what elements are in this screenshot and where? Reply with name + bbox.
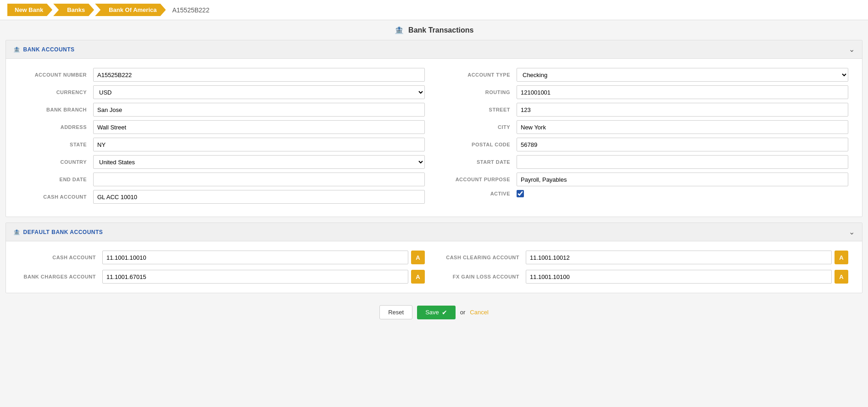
bank-charges-row: BANK CHARGES ACCOUNT A bbox=[20, 270, 425, 284]
account-purpose-input[interactable] bbox=[517, 173, 848, 186]
breadcrumb-current: A15525B222 bbox=[172, 6, 209, 14]
default-bank-accounts-title: 🏦 DEFAULT BANK ACCOUNTS bbox=[13, 229, 103, 235]
active-checkbox[interactable] bbox=[517, 190, 524, 197]
street-input[interactable] bbox=[517, 103, 848, 117]
routing-row: ROUTING bbox=[443, 85, 848, 99]
postal-code-row: POSTAL CODE bbox=[443, 138, 848, 151]
end-date-row: END DATE bbox=[20, 173, 425, 186]
end-date-input[interactable] bbox=[93, 173, 425, 186]
default-bank-accounts-form: CASH ACCOUNT A BANK CHARGES ACCOUNT A CA… bbox=[6, 241, 862, 293]
city-row: CITY bbox=[443, 120, 848, 134]
default-cash-account-input[interactable] bbox=[102, 251, 408, 264]
state-label: STATE bbox=[20, 142, 93, 147]
default-cash-account-label: CASH ACCOUNT bbox=[20, 255, 102, 260]
cash-clearing-row: CASH CLEARING ACCOUNT A bbox=[443, 251, 848, 264]
default-bank-accounts-header: 🏦 DEFAULT BANK ACCOUNTS ⌄ bbox=[6, 223, 862, 241]
account-number-label: ACCOUNT NUMBER bbox=[20, 72, 93, 78]
cash-account-label: CASH ACCOUNT bbox=[20, 194, 93, 200]
routing-input[interactable] bbox=[517, 85, 848, 99]
breadcrumb-new-bank[interactable]: New Bank bbox=[7, 4, 52, 16]
end-date-label: END DATE bbox=[20, 177, 93, 182]
account-purpose-label: ACCOUNT PURPOSE bbox=[443, 177, 517, 182]
bank-charges-label: BANK CHARGES ACCOUNT bbox=[20, 274, 102, 279]
country-select[interactable]: United States Canada UK bbox=[93, 155, 425, 169]
or-text: or bbox=[460, 309, 466, 316]
account-type-select[interactable]: Checking Savings bbox=[517, 68, 848, 82]
start-date-row: START DATE bbox=[443, 155, 848, 169]
account-type-row: ACCOUNT TYPE Checking Savings bbox=[443, 68, 848, 82]
cash-account-row: CASH ACCOUNT bbox=[20, 190, 425, 204]
bank-accounts-icon: 🏦 bbox=[13, 46, 21, 53]
breadcrumb: New Bank Banks Bank Of America A15525B22… bbox=[0, 0, 868, 20]
bank-charges-input[interactable] bbox=[102, 270, 408, 284]
currency-select[interactable]: USD EUR GBP bbox=[93, 85, 425, 99]
default-cash-account-group: A bbox=[102, 251, 425, 264]
save-button[interactable]: Save ✔ bbox=[417, 306, 456, 319]
address-row: ADDRESS bbox=[20, 120, 425, 134]
fx-gain-row: FX GAIN LOSS ACCOUNT A bbox=[443, 270, 848, 284]
street-label: STREET bbox=[443, 107, 517, 112]
fx-gain-input[interactable] bbox=[526, 270, 832, 284]
default-cash-account-row: CASH ACCOUNT A bbox=[20, 251, 425, 264]
fx-gain-group: A bbox=[526, 270, 848, 284]
active-label: ACTIVE bbox=[443, 191, 517, 196]
bank-accounts-section: 🏦 BANK ACCOUNTS ⌄ ACCOUNT NUMBER CURRENC… bbox=[6, 40, 862, 217]
breadcrumb-bank-of-america[interactable]: Bank Of America bbox=[95, 4, 166, 16]
default-bank-accounts-section: 🏦 DEFAULT BANK ACCOUNTS ⌄ CASH ACCOUNT A… bbox=[6, 223, 862, 293]
postal-code-input[interactable] bbox=[517, 138, 848, 151]
bank-accounts-header: 🏦 BANK ACCOUNTS ⌄ bbox=[6, 40, 862, 59]
breadcrumb-banks[interactable]: Banks bbox=[53, 4, 94, 16]
start-date-input[interactable] bbox=[517, 155, 848, 169]
default-cash-account-btn[interactable]: A bbox=[411, 251, 425, 264]
country-label: COUNTRY bbox=[20, 159, 93, 165]
city-label: CITY bbox=[443, 124, 517, 130]
state-input[interactable] bbox=[93, 138, 425, 151]
account-type-label: ACCOUNT TYPE bbox=[443, 72, 517, 78]
bank-icon: 🏦 bbox=[395, 26, 404, 34]
bank-branch-input[interactable] bbox=[93, 103, 425, 117]
save-checkmark-icon: ✔ bbox=[442, 309, 447, 316]
city-input[interactable] bbox=[517, 120, 848, 134]
reset-button[interactable]: Reset bbox=[379, 305, 412, 319]
bank-charges-btn[interactable]: A bbox=[411, 270, 425, 284]
active-row: ACTIVE bbox=[443, 190, 848, 197]
routing-label: ROUTING bbox=[443, 89, 517, 95]
page-title: Bank Transactions bbox=[408, 26, 473, 34]
currency-label: CURRENCY bbox=[20, 89, 93, 95]
cash-clearing-btn[interactable]: A bbox=[835, 251, 848, 264]
cash-clearing-label: CASH CLEARING ACCOUNT bbox=[443, 255, 526, 260]
bank-branch-row: BANK BRANCH bbox=[20, 103, 425, 117]
bank-accounts-chevron[interactable]: ⌄ bbox=[849, 45, 855, 54]
account-number-input[interactable] bbox=[93, 68, 425, 82]
account-number-row: ACCOUNT NUMBER bbox=[20, 68, 425, 82]
address-input[interactable] bbox=[93, 120, 425, 134]
cash-clearing-input[interactable] bbox=[526, 251, 832, 264]
fx-gain-label: FX GAIN LOSS ACCOUNT bbox=[443, 274, 526, 279]
default-bank-accounts-chevron[interactable]: ⌄ bbox=[849, 228, 855, 236]
postal-code-label: POSTAL CODE bbox=[443, 142, 517, 147]
cash-account-input[interactable] bbox=[93, 190, 425, 204]
cash-clearing-group: A bbox=[526, 251, 848, 264]
account-purpose-row: ACCOUNT PURPOSE bbox=[443, 173, 848, 186]
fx-gain-btn[interactable]: A bbox=[835, 270, 848, 284]
footer-bar: Reset Save ✔ or Cancel bbox=[0, 299, 868, 326]
bank-branch-label: BANK BRANCH bbox=[20, 107, 93, 112]
currency-row: CURRENCY USD EUR GBP bbox=[20, 85, 425, 99]
cancel-button[interactable]: Cancel bbox=[470, 309, 488, 316]
bank-accounts-title: 🏦 BANK ACCOUNTS bbox=[13, 46, 75, 53]
address-label: ADDRESS bbox=[20, 124, 93, 130]
bank-charges-group: A bbox=[102, 270, 425, 284]
bank-accounts-form: ACCOUNT NUMBER CURRENCY USD EUR GBP BANK… bbox=[6, 59, 862, 217]
start-date-label: START DATE bbox=[443, 159, 517, 165]
page-title-bar: 🏦 Bank Transactions bbox=[0, 20, 868, 40]
country-row: COUNTRY United States Canada UK bbox=[20, 155, 425, 169]
default-bank-accounts-icon: 🏦 bbox=[13, 229, 21, 235]
state-row: STATE bbox=[20, 138, 425, 151]
street-row: STREET bbox=[443, 103, 848, 117]
